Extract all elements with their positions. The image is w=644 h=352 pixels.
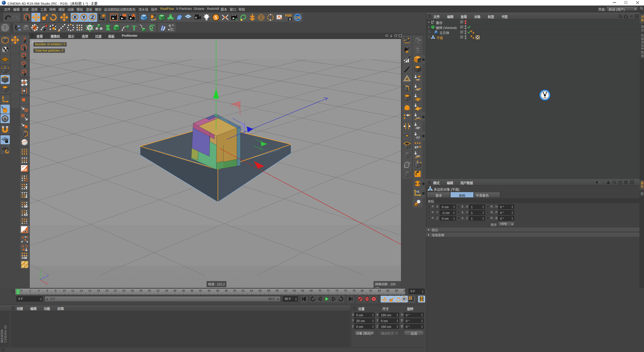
- svg-text:fx: fx: [170, 27, 173, 31]
- svg-text:=1: =1: [416, 190, 419, 193]
- svg-text:0: 0: [433, 20, 434, 23]
- svg-text:Z: Z: [47, 274, 48, 278]
- svg-text:Z: Z: [91, 15, 94, 20]
- svg-text:P: P: [403, 297, 406, 301]
- svg-text:PSR: PSR: [285, 14, 292, 17]
- svg-text:S: S: [4, 117, 6, 121]
- svg-text:x=: x=: [415, 145, 419, 149]
- svg-text:0: 0: [289, 17, 291, 21]
- svg-text:X: X: [73, 15, 77, 20]
- svg-text:S: S: [214, 15, 217, 20]
- svg-text:T: T: [132, 24, 137, 32]
- svg-text:X: X: [46, 282, 48, 285]
- svg-text:Y: Y: [39, 269, 41, 272]
- svg-text:?: ?: [373, 297, 375, 301]
- svg-text:QR: QR: [295, 16, 300, 20]
- svg-text:Y: Y: [82, 15, 86, 20]
